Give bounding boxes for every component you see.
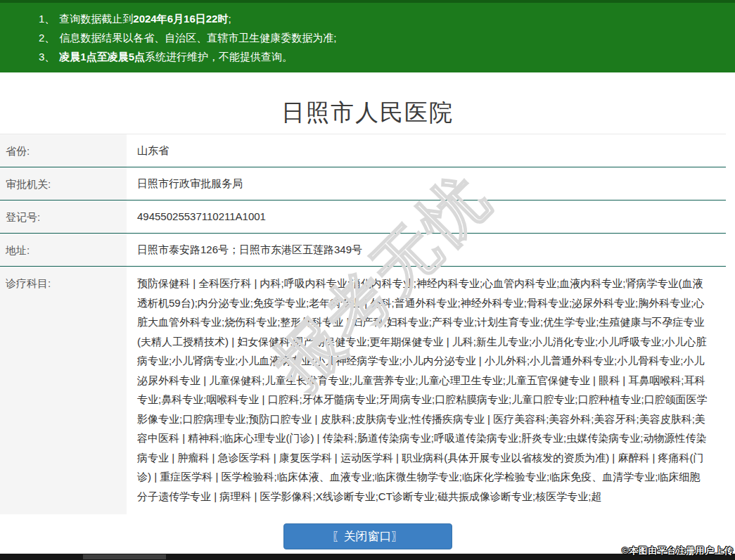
- notice-text: 查询数据截止到: [59, 13, 133, 25]
- notice-number: 3、: [39, 51, 55, 63]
- uploaded-by-note: ©本图由平台注册用户上传: [622, 545, 734, 557]
- hospital-query-page: 1、查询数据截止到2024年6月16日22时; 2、信息数据结果以各省、自治区、…: [0, 0, 735, 560]
- row-label: 诊疗科目:: [0, 267, 127, 514]
- table-row-medical-departments: 诊疗科目: 预防保健科 | 全科医疗科 | 内科;呼吸内科专业;消化内科专业;神…: [0, 266, 726, 514]
- close-window-button[interactable]: 〖关闭窗口〗: [283, 523, 452, 549]
- row-value: 预防保健科 | 全科医疗科 | 内科;呼吸内科专业;消化内科专业;神经内科专业;…: [127, 267, 726, 514]
- row-label: 登记号:: [0, 201, 127, 233]
- notice-number: 2、: [39, 32, 55, 44]
- table-row-province: 省份: 山东省: [0, 134, 726, 167]
- page-title: 日照市人民医院: [0, 96, 735, 129]
- notice-text-bold: 凌晨1点至凌晨5点: [59, 51, 145, 63]
- notice-line-2: 2、信息数据结果以各省、自治区、直辖市卫生健康委数据为准;: [39, 28, 728, 47]
- notice-banner: 1、查询数据截止到2024年6月16日22时; 2、信息数据结果以各省、自治区、…: [0, 0, 735, 72]
- row-label: 省份:: [0, 134, 127, 167]
- notice-text: 系统进行维护，不能提供查询。: [145, 51, 293, 63]
- notice-number: 1、: [39, 13, 55, 25]
- notice-text-bold: 2024年6月16日22时: [133, 13, 228, 25]
- notice-line-3: 3、凌晨1点至凌晨5点系统进行维护，不能提供查询。: [39, 47, 728, 66]
- row-value: 日照市泰安路126号；日照市东港区五莲路349号: [127, 234, 726, 266]
- row-value: 49455025537110211A1001: [127, 201, 726, 233]
- row-value: 日照市行政审批服务局: [127, 167, 726, 200]
- notice-line-1: 1、查询数据截止到2024年6月16日22时;: [39, 9, 728, 28]
- table-row-approval-authority: 审批机关: 日照市行政审批服务局: [0, 167, 726, 200]
- scrollbar-thumb[interactable]: [83, 554, 166, 559]
- table-row-address: 地址: 日照市泰安路126号；日照市东港区五莲路349号: [0, 233, 726, 266]
- row-value: 山东省: [127, 134, 726, 167]
- hospital-info-table: 省份: 山东省 审批机关: 日照市行政审批服务局 登记号: 4945502553…: [0, 134, 726, 514]
- table-row-registration-number: 登记号: 49455025537110211A1001: [0, 200, 726, 233]
- notice-text: 信息数据结果以各省、自治区、直辖市卫生健康委数据为准;: [59, 32, 336, 44]
- row-label: 审批机关:: [0, 167, 127, 200]
- row-label: 地址:: [0, 234, 127, 266]
- notice-text: ;: [228, 13, 231, 25]
